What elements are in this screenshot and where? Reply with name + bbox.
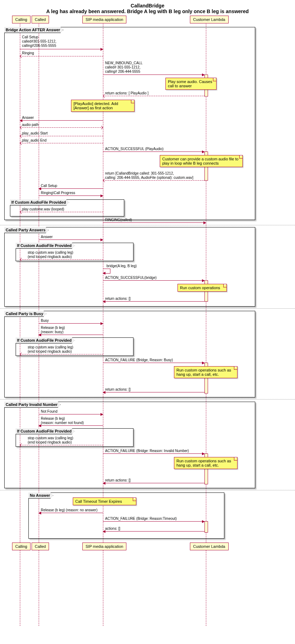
msg-play-start: play_audio Start <box>22 131 48 136</box>
msg-call-setup-b: Call Setup <box>41 184 57 188</box>
msg-stop-custom-3: stop custom.wav (calling leg) (end loope… <box>28 436 73 445</box>
msg-bridge: bridge(A leg, B leg) <box>106 264 137 268</box>
msg-audio-path: audio path <box>22 123 39 127</box>
note-custom-ops-3: Run custom operations such as hang up, s… <box>174 457 237 469</box>
group-label-busy: Called Party is Busy <box>4 311 47 317</box>
msg-ringing-progress: Ringing\Call Progress <box>41 191 75 195</box>
msg-return-playaudio: return actions: [ PlayAudio ] <box>105 91 148 95</box>
arrow-ringing <box>20 56 103 56</box>
divider-2 <box>0 308 295 309</box>
msg-return-callandbridge: return [CallandBridge called: 301-555-12… <box>105 171 193 180</box>
arrow-answer-b <box>39 240 103 240</box>
participant-calling-top: Calling <box>12 16 31 23</box>
arrow-new-inbound <box>103 75 204 75</box>
msg-action-fail-invalid: ACTION_FAILURE (Bridge: Reason: Invalid … <box>105 449 189 453</box>
group-label-custom-1: If Custom AudioFile Provided <box>10 199 69 205</box>
arrow-return-callandbridge <box>103 180 204 181</box>
arrow-action-fail-invalid <box>103 453 204 454</box>
msg-release-notfound: Release (b leg) (reason: number not foun… <box>41 417 84 425</box>
arrow-call-setup-b <box>39 188 103 189</box>
arrow-actions-empty-4 <box>103 531 204 532</box>
arrow-ringing-progress <box>39 196 103 196</box>
group-label-noanswer: No Answer <box>28 492 53 499</box>
group-label-custom-4: If Custom AudioFile Provided <box>16 428 75 434</box>
msg-action-success-bridge: ACTION_SUCCESSFUL(bridge) <box>105 276 157 280</box>
msg-return-empty-2: return actions: [] <box>105 387 131 392</box>
arrow-action-success-playaudio <box>103 152 204 152</box>
participant-lambda-bot: Customer Lambda <box>190 543 229 550</box>
title-sub: A leg has already been answered. Bridge … <box>0 9 295 14</box>
arrow-action-fail-timeout <box>103 521 204 522</box>
arrow-bridge-self <box>103 269 110 274</box>
msg-answer: Answer <box>22 116 34 120</box>
arrow-notfound <box>39 414 103 414</box>
activation-lambda-6 <box>204 521 208 533</box>
msg-release-noanswer: Release (b leg) (reason: no answer) <box>41 508 98 512</box>
arrow-release-busy <box>39 335 103 335</box>
group-label-custom-3: If Custom AudioFile Provided <box>16 337 75 343</box>
arrow-stop-custom-1 <box>20 259 103 260</box>
msg-stop-custom-2: stop custom.wav (calling leg) (end loope… <box>28 345 73 354</box>
divider-4 <box>0 490 295 490</box>
title-main: CallandBridge <box>0 3 295 9</box>
msg-return-empty-1: return actions: [] <box>105 297 131 301</box>
arrow-answer <box>20 120 103 121</box>
diagram-title: CallandBridge A leg has already been ans… <box>0 0 295 16</box>
arrow-ringing-called <box>103 222 206 223</box>
divider-3 <box>0 399 295 400</box>
participant-sma-top: SIP media application <box>82 16 126 23</box>
note-custom-ops-2: Run custom operations such as hang up, s… <box>174 366 237 378</box>
arrow-release-noanswer <box>39 513 103 513</box>
note-custom-ops-1: Run custom operations <box>177 284 227 292</box>
group-label-invalid: Called Party Invalid Number <box>4 402 61 408</box>
msg-busy: Busy <box>41 319 49 323</box>
arrow-stop-custom-2 <box>20 354 103 354</box>
msg-play-custom: play custome.wav (looped) <box>22 207 64 211</box>
note-playaudio-detected: [PlayAudio] detected. Add [Answer] as fi… <box>71 100 135 112</box>
arrow-stop-custom-3 <box>20 445 103 445</box>
arrow-return-empty-3 <box>103 483 204 483</box>
sequence-diagram: Calling Called SIP media application Cus… <box>0 16 295 633</box>
msg-action-fail-busy: ACTION_FAILURE (Bridge, Reason: Busy) <box>105 358 173 362</box>
arrow-return-empty-2 <box>103 392 204 392</box>
msg-action-fail-timeout: ACTION_FAILURE (Bridge: Reason:Timeout) <box>105 517 177 521</box>
participant-sma-bot: SIP media application <box>82 543 126 550</box>
arrow-audio-path <box>20 127 103 128</box>
group-label-custom-2: If Custom AudioFile Provided <box>16 243 75 249</box>
msg-notfound: Not Found <box>41 409 58 414</box>
participant-calling-bot: Calling <box>12 543 31 550</box>
arrow-action-success-bridge <box>103 280 204 281</box>
msg-actions-empty-4: actions: [] <box>105 527 120 531</box>
arrow-busy <box>39 323 103 324</box>
arrow-action-fail-busy <box>103 363 204 363</box>
group-label-answers: Called Party Answers <box>4 227 49 233</box>
note-play-audio: Play some audio. Causes call to answer <box>165 78 217 90</box>
msg-stop-custom-1: stop custom.wav (calling leg) (end loope… <box>28 251 73 259</box>
msg-call-setup: Call Setup called#301-555-1212, calling#… <box>22 35 56 48</box>
note-timeout: Call Timeout Timer Expires <box>73 497 136 505</box>
arrow-play-custom <box>20 212 103 212</box>
msg-answer-b: Answer <box>41 235 53 239</box>
msg-ringing-called: RINGING(called) <box>105 218 132 222</box>
arrow-play-start <box>20 136 103 136</box>
msg-release-busy: Release (b leg) (reason: busy) <box>41 326 65 334</box>
participant-lambda-top: Customer Lambda <box>190 16 229 23</box>
arrow-return-empty-1 <box>103 301 204 302</box>
arrow-call-setup <box>20 49 103 49</box>
arrow-return-playaudio <box>103 96 204 96</box>
arrow-play-end <box>20 143 103 143</box>
msg-new-inbound: NEW_INBOUND_CALL called# 301-555-1212, c… <box>105 61 143 74</box>
msg-return-empty-3: return actions: [] <box>105 478 131 483</box>
msg-play-end: play_audio End <box>22 138 47 143</box>
group-label-bridge: Bridge Action AFTER Answer <box>4 27 63 33</box>
arrow-release-notfound <box>39 425 103 426</box>
participant-called-bot: Called <box>32 543 49 550</box>
participant-called-top: Called <box>32 16 49 23</box>
msg-action-success-playaudio: ACTION_SUCCESSFUL (PlayAudio) <box>105 147 164 151</box>
divider-1 <box>0 225 295 225</box>
msg-ringing: Ringing <box>22 51 34 55</box>
note-custom-audio: Customer can provide a custom audio file… <box>160 155 243 167</box>
